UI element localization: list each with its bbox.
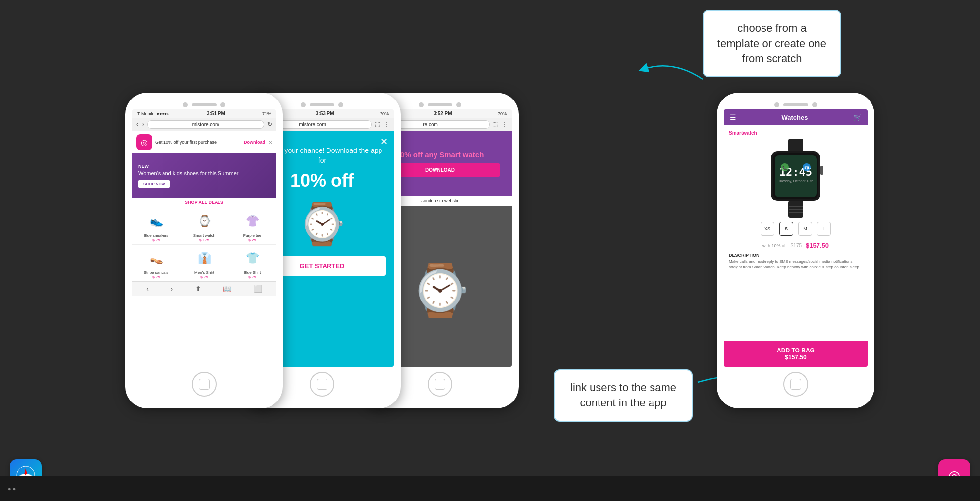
nav-bookmarks-icon[interactable]: 📖 xyxy=(223,285,231,293)
svg-rect-12 xyxy=(789,206,803,207)
phone4-title: Watches xyxy=(782,114,808,121)
phone4-notch xyxy=(724,100,868,109)
nav-tabs-icon[interactable]: ⬜ xyxy=(254,285,262,293)
phone1-back-btn[interactable]: ‹ xyxy=(135,120,139,129)
size-options: XS S M L xyxy=(729,218,863,240)
phone1-browser-nav: ‹ › ⬆ 📖 ⬜ xyxy=(132,281,276,296)
product-img-sandals: 👡 xyxy=(134,247,178,270)
phone2-camera2 xyxy=(338,102,343,107)
phone1-hero-banner: NEW Women's and kids shoes for this Summ… xyxy=(132,153,276,198)
svg-text:📞: 📞 xyxy=(782,165,787,170)
svg-rect-14 xyxy=(789,212,803,213)
callout-template: choose from a template or create one fro… xyxy=(703,10,841,77)
product-price-sneakers: $ 75 xyxy=(134,238,178,242)
phone1-product-grid: 👟 Blue sneakers $ 75 ⌚ Smart watch $ 175… xyxy=(132,207,276,281)
price-row: with 10% off $175 $157.50 xyxy=(729,240,863,251)
list-item[interactable]: 👕 Blue Shirt $ 75 xyxy=(228,245,276,281)
phone1-ad-close[interactable]: ✕ xyxy=(268,140,272,145)
product-img-tee: 👚 xyxy=(230,209,274,233)
phone2-camera xyxy=(301,102,306,107)
phone1-ad-banner: Get 10% off your first purchase Download… xyxy=(132,131,276,153)
product-price-sandals: $ 75 xyxy=(134,275,178,279)
description-text: Make calls and read/reply to SMS message… xyxy=(729,259,863,270)
product-img-blue-shirt: 👕 xyxy=(230,247,274,270)
product-price-mens-shirt: $ 75 xyxy=(182,275,226,279)
size-s[interactable]: S xyxy=(779,222,793,236)
phone3-camera xyxy=(419,102,424,107)
phone4-home-button[interactable] xyxy=(783,372,808,397)
phone2-close-icon[interactable]: ✕ xyxy=(381,136,388,147)
svg-rect-0 xyxy=(788,139,803,152)
phone2-speaker xyxy=(310,103,334,106)
size-m[interactable]: M xyxy=(798,222,812,236)
size-l[interactable]: L xyxy=(817,222,831,236)
description-header: DESCRIPTION xyxy=(729,251,863,259)
phone1-ad-text: Get 10% off your first purchase xyxy=(155,140,241,145)
phone2-home-button[interactable] xyxy=(310,372,334,397)
phone1-status-bar: T-Mobile ●●●●○ 3:51 PM 71% xyxy=(132,109,276,118)
phone1-refresh-btn[interactable]: ↻ xyxy=(266,120,273,129)
svg-text:Tuesday, October 13th: Tuesday, October 13th xyxy=(778,179,814,183)
phone2-discount: 10% off xyxy=(290,170,354,191)
product-price-blue-shirt: $ 75 xyxy=(230,275,274,279)
phone3-menu-btn[interactable]: ⋮ xyxy=(501,120,509,129)
phone1-download-btn[interactable]: Download xyxy=(244,140,265,145)
product-price-watch: $ 175 xyxy=(182,238,226,242)
callout-deeplink: link users to the same content in the ap… xyxy=(554,369,693,422)
phone4-screen: ☰ Watches 🛒 Smartwatch xyxy=(724,109,868,367)
phone1-ad-icon xyxy=(136,134,152,150)
product-img-sneakers: 👟 xyxy=(134,209,178,233)
phone3-camera2 xyxy=(456,102,461,107)
svg-rect-13 xyxy=(789,209,803,210)
nav-forward-icon[interactable]: › xyxy=(170,285,173,293)
phone4-app-header: ☰ Watches 🛒 xyxy=(724,109,868,125)
list-item[interactable]: 👚 Purple tee $ 25 xyxy=(228,207,276,244)
phone2-tabs-btn[interactable]: ⬚ xyxy=(374,120,381,129)
phone1-url-bar[interactable]: mistore.com xyxy=(147,120,264,129)
phone4-camera2 xyxy=(812,102,817,107)
phone4-camera xyxy=(774,102,779,107)
phone1-frame: T-Mobile ●●●●○ 3:51 PM 71% ‹ › mistore.c… xyxy=(125,93,283,408)
watch-image-container: 12:45 Tuesday, October 13th 📞 📧 xyxy=(729,139,863,218)
nav-share-icon[interactable]: ⬆ xyxy=(195,285,201,293)
nav-back-icon[interactable]: ‹ xyxy=(146,285,149,293)
phone1-battery: 71% xyxy=(262,111,271,116)
smartwatch-svg: 12:45 Tuesday, October 13th 📞 📧 xyxy=(761,139,830,218)
list-item[interactable]: 👔 Men's Shirt $ 75 xyxy=(180,245,228,281)
product-price-tee: $ 25 xyxy=(230,238,274,242)
phone1-camera2 xyxy=(220,102,225,107)
phone1-notch xyxy=(132,100,276,109)
phone3-watch-image: ⌚ xyxy=(409,261,471,320)
phone1-browser-chrome: ‹ › mistore.com ↻ xyxy=(132,118,276,131)
taskbar: ● ● xyxy=(0,476,980,501)
add-to-bag-btn[interactable]: ADD TO BAG $157.50 xyxy=(724,341,868,367)
product-label: Smartwatch xyxy=(729,130,863,136)
phone3-speaker xyxy=(428,103,452,106)
phone1-speaker xyxy=(192,103,217,106)
list-item[interactable]: 👡 Stripe sandals $ 75 xyxy=(132,245,180,281)
phone3-tabs-btn[interactable]: ⬚ xyxy=(491,120,499,129)
cart-icon[interactable]: 🛒 xyxy=(853,113,862,121)
phone1-camera xyxy=(183,102,188,107)
size-xs[interactable]: XS xyxy=(761,222,774,236)
phone4-product-detail: Smartwatch 12:45 xyxy=(724,125,868,341)
phone4-speaker xyxy=(783,103,808,106)
list-item[interactable]: ⌚ Smart watch $ 175 xyxy=(180,207,228,244)
svg-text:📧: 📧 xyxy=(804,165,809,170)
phone2-watch-image: ⌚ xyxy=(297,201,347,248)
phone3-home-button[interactable] xyxy=(428,372,452,397)
phone4-frame: ☰ Watches 🛒 Smartwatch xyxy=(717,93,874,408)
taskbar-label1: ● ● xyxy=(8,486,16,492)
phone1-carrier: T-Mobile ●●●●○ xyxy=(137,111,170,116)
phone1-home-button[interactable] xyxy=(192,372,217,397)
phone1-forward-btn[interactable]: › xyxy=(141,120,145,129)
list-item[interactable]: 👟 Blue sneakers $ 75 xyxy=(132,207,180,244)
phone1-deals-header: SHOP ALL DEALS xyxy=(132,198,276,207)
phone2-menu-btn[interactable]: ⋮ xyxy=(383,120,391,129)
hamburger-menu-icon[interactable]: ☰ xyxy=(730,113,736,121)
phone1-shop-now-btn[interactable]: SHOP NOW xyxy=(138,180,170,188)
phone1-hero-text: NEW Women's and kids shoes for this Summ… xyxy=(138,164,238,187)
scene: choose from a template or create one fro… xyxy=(0,0,980,501)
product-img-watch: ⌚ xyxy=(182,209,226,233)
svg-rect-10 xyxy=(820,166,823,175)
